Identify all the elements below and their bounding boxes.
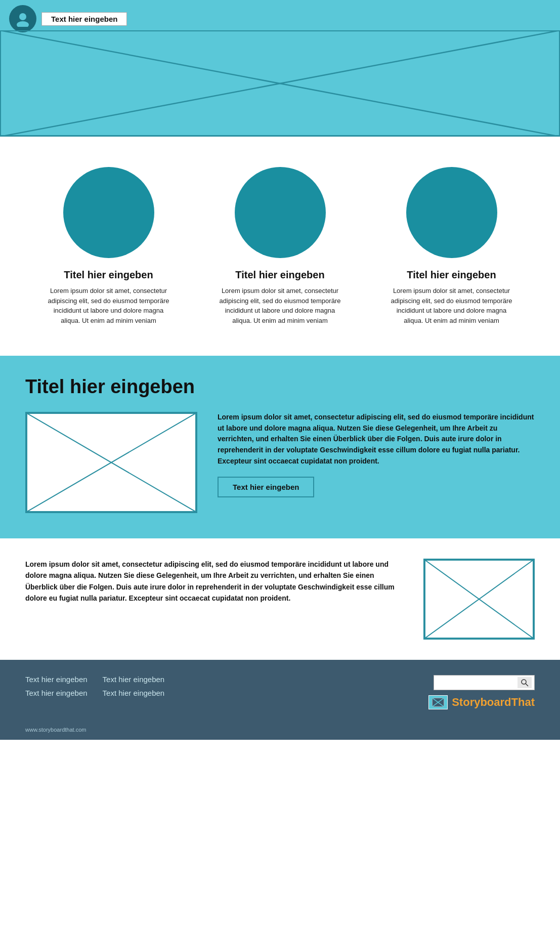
feature-text-2: Lorem ipsum dolor sit amet, consectetur … bbox=[220, 286, 341, 325]
footer-link-3[interactable]: Text hier eingeben bbox=[25, 689, 88, 697]
svg-point-1 bbox=[17, 21, 29, 27]
white-left-content: Lorem ipsum dolor sit amet, consectetur … bbox=[25, 559, 398, 604]
footer-link-2[interactable]: Text hier eingeben bbox=[103, 675, 165, 684]
teal-right-content: Lorem ipsum dolor sit amet, consectetur … bbox=[218, 412, 535, 497]
feature-title-3: Titel hier eingeben bbox=[407, 269, 496, 281]
features-grid: Titel hier eingeben Lorem ipsum dolor si… bbox=[30, 167, 530, 325]
white-body-text: Lorem ipsum dolor sit amet, consectetur … bbox=[25, 559, 398, 604]
feature-title-1: Titel hier eingeben bbox=[64, 269, 153, 281]
feature-circle-3 bbox=[406, 167, 497, 258]
teal-section: Titel hier eingeben Lorem ipsum dolor si… bbox=[0, 356, 560, 538]
brand-icon bbox=[428, 695, 448, 709]
footer: Text hier eingeben Text hier eingeben Te… bbox=[0, 660, 560, 740]
search-bar[interactable] bbox=[434, 675, 535, 690]
footer-right: StoryboardThat bbox=[428, 675, 535, 709]
footer-bottom: www.storyboardthat.com bbox=[0, 725, 560, 740]
teal-image-placeholder bbox=[25, 412, 197, 513]
header-wireframe bbox=[0, 30, 560, 137]
svg-point-11 bbox=[522, 680, 526, 684]
feature-text-1: Lorem ipsum dolor sit amet, consectetur … bbox=[48, 286, 169, 325]
feature-item-2: Titel hier eingeben Lorem ipsum dolor si… bbox=[202, 167, 358, 325]
footer-content: Text hier eingeben Text hier eingeben Te… bbox=[0, 660, 560, 725]
feature-circle-1 bbox=[63, 167, 154, 258]
footer-link-1[interactable]: Text hier eingeben bbox=[25, 675, 88, 684]
avatar bbox=[9, 5, 36, 32]
footer-links: Text hier eingeben Text hier eingeben Te… bbox=[25, 675, 164, 697]
header: Text hier eingeben bbox=[0, 0, 560, 137]
teal-body-text: Lorem ipsum dolor sit amet, consectetur … bbox=[218, 412, 535, 467]
feature-circle-2 bbox=[235, 167, 326, 258]
teal-content-row: Lorem ipsum dolor sit amet, consectetur … bbox=[25, 412, 535, 513]
search-input[interactable] bbox=[437, 679, 518, 687]
white-image-placeholder bbox=[423, 559, 535, 640]
teal-section-title: Titel hier eingeben bbox=[25, 376, 535, 398]
search-button[interactable] bbox=[518, 677, 532, 688]
footer-url: www.storyboardthat.com bbox=[25, 727, 86, 733]
brand-logo: StoryboardThat bbox=[428, 695, 535, 709]
search-icon bbox=[521, 679, 529, 687]
feature-item-3: Titel hier eingeben Lorem ipsum dolor si… bbox=[373, 167, 530, 325]
svg-point-0 bbox=[19, 13, 26, 20]
footer-link-4[interactable]: Text hier eingeben bbox=[103, 689, 165, 697]
features-section: Titel hier eingeben Lorem ipsum dolor si… bbox=[0, 137, 560, 356]
feature-title-2: Titel hier eingeben bbox=[235, 269, 324, 281]
svg-line-12 bbox=[526, 684, 528, 686]
teal-cta-button[interactable]: Text hier eingeben bbox=[218, 477, 314, 497]
nav-label[interactable]: Text hier eingeben bbox=[41, 12, 127, 26]
brand-name: StoryboardThat bbox=[452, 696, 535, 709]
white-section: Lorem ipsum dolor sit amet, consectetur … bbox=[0, 538, 560, 660]
feature-text-3: Lorem ipsum dolor sit amet, consectetur … bbox=[391, 286, 512, 325]
feature-item-1: Titel hier eingeben Lorem ipsum dolor si… bbox=[30, 167, 187, 325]
